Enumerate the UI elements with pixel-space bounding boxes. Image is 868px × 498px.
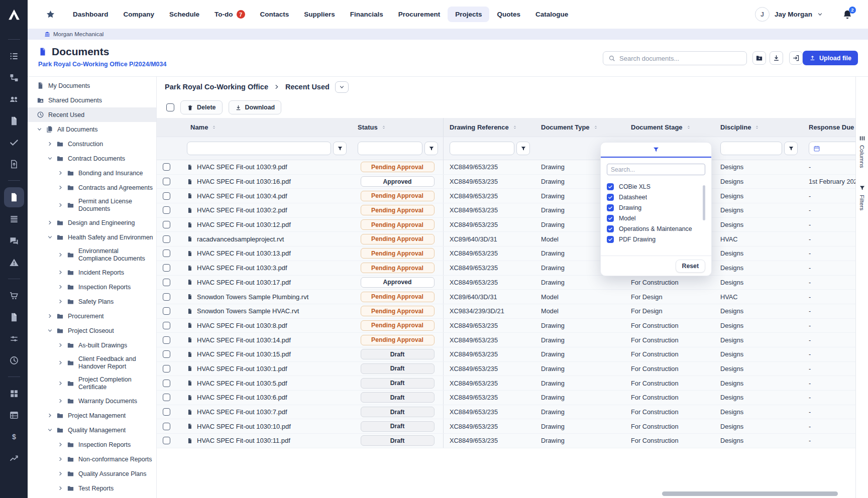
filter-option[interactable]: Datasheet [607, 192, 699, 202]
document-name-cell[interactable]: HVAC SPEC Fit-out 1030:8.pdf [181, 319, 352, 333]
document-name-cell[interactable]: HVAC SPEC Fit-out 1030:13.pdf [181, 246, 352, 261]
sort-icon[interactable] [512, 123, 517, 131]
nav-todo[interactable]: To-do 7 [207, 6, 252, 23]
user-menu-chevron-icon[interactable] [817, 12, 823, 17]
tree-chevron-icon[interactable] [58, 202, 65, 208]
rail-check-icon[interactable] [4, 132, 24, 153]
tree-chevron-icon[interactable] [47, 328, 54, 333]
nav-company[interactable]: Company [116, 7, 162, 22]
response-due-date-filter[interactable] [809, 142, 855, 155]
rail-workflow-icon[interactable] [4, 67, 24, 88]
document-name-cell[interactable]: HVAC SPEC Fit-out 1030:10.pdf [181, 419, 352, 433]
tree-item[interactable]: Client Feedback and Handover Report [28, 352, 156, 373]
rail-clock-icon[interactable] [4, 349, 24, 371]
tree-chevron-icon[interactable] [47, 413, 54, 418]
tree-chevron-icon[interactable] [58, 360, 65, 365]
delete-button[interactable]: Delete [180, 100, 223, 114]
tree-item[interactable]: Quality Assurance Plans [28, 466, 156, 481]
row-checkbox[interactable] [163, 423, 170, 430]
tree-item[interactable]: Project Completion Certificate [28, 373, 156, 394]
tree-item[interactable]: Test Reports [28, 481, 156, 495]
tree-chevron-icon[interactable] [58, 170, 65, 176]
sort-icon[interactable] [593, 123, 598, 131]
column-header[interactable]: Name [181, 118, 352, 137]
row-checkbox[interactable] [163, 307, 170, 315]
rail-invoice-icon[interactable] [4, 306, 24, 328]
rail-trend-icon[interactable] [4, 447, 24, 469]
tree-item[interactable]: Design and Engineering [28, 215, 156, 230]
checkbox-checked-icon[interactable] [607, 215, 614, 222]
sort-icon[interactable] [686, 123, 691, 131]
row-checkbox[interactable] [163, 322, 170, 329]
checkbox-checked-icon[interactable] [607, 183, 614, 190]
rail-table-icon[interactable] [4, 404, 24, 426]
document-name-cell[interactable]: HVAC SPEC Fit-out 1030:4.pdf [181, 189, 352, 203]
tree-item[interactable]: Non-conformance Reports [28, 452, 156, 466]
document-name-cell[interactable]: HVAC SPEC Fit-out 1030:12.pdf [181, 218, 352, 232]
new-folder-button[interactable] [752, 51, 766, 65]
breadcrumb-parent[interactable]: Park Royal Co-Working Office [165, 83, 268, 91]
tree-item[interactable]: Recent Used [28, 107, 156, 122]
document-name-cell[interactable]: HVAC SPEC Fit-out 1030:7.pdf [181, 405, 352, 419]
tree-chevron-icon[interactable] [47, 156, 54, 161]
download-selected-button[interactable]: Download [229, 100, 282, 114]
document-name-cell[interactable]: HVAC SPEC Fit-out 1030:1.pdf [181, 362, 352, 376]
column-header[interactable]: Drawing Reference [444, 118, 535, 137]
popup-scrollbar[interactable] [703, 185, 705, 220]
nav-projects[interactable]: Projects [448, 7, 489, 22]
filter-option[interactable]: COBie XLS [607, 181, 699, 192]
discipline-filter-input[interactable] [720, 142, 782, 155]
notifications-bell-icon[interactable]: 2 [842, 9, 853, 20]
sort-icon[interactable] [754, 123, 759, 131]
row-checkbox[interactable] [163, 235, 170, 243]
row-checkbox[interactable] [163, 293, 170, 301]
rail-dollar-icon[interactable] [4, 426, 24, 447]
document-name-cell[interactable]: HVAC SPEC Fit-out 1030:16.pdf [181, 175, 352, 189]
column-header[interactable]: Status [352, 118, 444, 137]
tree-item[interactable]: Incident Reports [28, 265, 156, 280]
app-logo-icon[interactable] [0, 0, 28, 29]
nav-catalogue[interactable]: Catalogue [528, 7, 576, 22]
checkbox-checked-icon[interactable] [607, 236, 614, 243]
document-name-cell[interactable]: Snowdon Towers Sample HVAC.rvt [181, 304, 352, 318]
tree-chevron-icon[interactable] [58, 284, 65, 290]
checkbox-checked-icon[interactable] [607, 194, 614, 201]
status-filter-funnel-icon[interactable] [424, 142, 438, 155]
user-avatar[interactable]: J [755, 7, 770, 22]
tree-chevron-icon[interactable] [58, 342, 65, 348]
rail-documents-icon[interactable] [4, 187, 24, 207]
tree-chevron-icon[interactable] [47, 313, 54, 319]
filter-option[interactable]: PDF Drawing [607, 234, 699, 244]
row-checkbox[interactable] [163, 163, 170, 171]
row-checkbox[interactable] [163, 221, 170, 228]
document-name-cell[interactable]: HVAC SPEC Fit-out 1030:6.pdf [181, 391, 352, 405]
nav-financials[interactable]: Financials [343, 7, 391, 22]
upload-file-button[interactable]: Upload file [803, 51, 858, 65]
rail-document-icon[interactable] [4, 110, 24, 132]
rail-rows-icon[interactable] [4, 208, 24, 230]
tree-chevron-icon[interactable] [47, 141, 54, 147]
tree-item[interactable]: Inspection Reports [28, 437, 156, 452]
tree-chevron-icon[interactable] [58, 252, 65, 258]
tree-chevron-icon[interactable] [47, 234, 54, 240]
user-name[interactable]: Jay Morgan [775, 11, 812, 18]
tree-item[interactable]: Environmental Compliance Documents [28, 244, 156, 265]
document-name-cell[interactable]: HVAC SPEC Fit-out 1030:15.pdf [181, 347, 352, 361]
rail-warning-icon[interactable] [4, 252, 24, 273]
column-header[interactable] [157, 118, 181, 137]
export-button[interactable] [789, 51, 803, 65]
select-all-checkbox[interactable] [166, 103, 174, 111]
filter-option[interactable]: Model [607, 213, 699, 223]
column-header[interactable]: Document Stage [625, 118, 714, 137]
download-button[interactable] [770, 51, 783, 65]
tree-item[interactable]: Permit and License Documents [28, 195, 156, 215]
sort-icon[interactable] [381, 123, 386, 131]
row-checkbox[interactable] [163, 350, 170, 358]
columns-tab[interactable]: Columns [856, 135, 868, 168]
tree-chevron-icon[interactable] [37, 127, 44, 132]
name-filter-input[interactable] [187, 142, 331, 155]
tree-item[interactable]: Shared Documents [28, 93, 156, 107]
row-checkbox[interactable] [163, 408, 170, 416]
rail-users-icon[interactable] [4, 88, 24, 110]
reset-button[interactable]: Reset [676, 260, 706, 273]
